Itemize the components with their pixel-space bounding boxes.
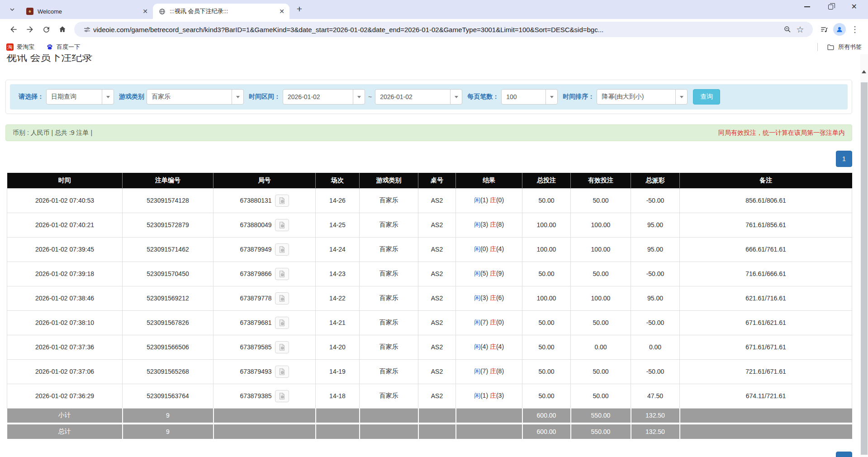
video-replay-icon[interactable] [275, 219, 289, 231]
profile-button[interactable] [832, 22, 847, 37]
cell-session: 14-18 [316, 384, 360, 408]
search-button[interactable]: 查询 [693, 89, 720, 105]
scrollbar[interactable] [860, 54, 868, 457]
baidu-paw-icon [46, 43, 53, 51]
video-replay-icon[interactable] [275, 366, 289, 378]
cell-round: 673879778 [213, 286, 316, 310]
cell-total-bet[interactable]: 50.00 [522, 384, 571, 408]
video-replay-icon[interactable] [275, 341, 289, 353]
video-replay-icon[interactable] [275, 390, 289, 402]
cell-total-bet[interactable]: 50.00 [522, 335, 571, 359]
date-end-select[interactable]: 2026-01-02 [375, 89, 462, 105]
footer-payout: 132.50 [631, 424, 680, 439]
cell-time: 2026-01-02 07:39:18 [7, 262, 123, 286]
cell-payout: 0.00 [631, 335, 680, 359]
chevron-down-icon [353, 90, 365, 104]
home-button[interactable] [54, 21, 71, 38]
cell-total-bet[interactable]: 100.00 [522, 286, 571, 310]
browser-menu-icon[interactable]: ⋮ [847, 22, 863, 37]
tab-search-button[interactable] [6, 4, 18, 15]
result-text: 闲(3) 庄(8) [474, 221, 504, 228]
cell-total-bet[interactable]: 100.00 [522, 237, 571, 262]
cell-note: 716.61/666.61 [680, 262, 852, 286]
footer-empty [680, 424, 852, 439]
table-row: 2026-01-02 07:40:21523091572879673880049… [7, 213, 852, 237]
video-replay-icon[interactable] [275, 243, 289, 256]
video-replay-icon[interactable] [275, 268, 289, 280]
date-start-select[interactable]: 2026-01-02 [283, 89, 365, 105]
column-header: 场次 [316, 173, 360, 188]
result-text: 闲(3) 庄(6) [474, 294, 504, 301]
bookmark-aitaobao[interactable]: 淘 爱淘宝 [6, 43, 34, 51]
footer-empty [456, 408, 522, 424]
cell-total-bet[interactable]: 100.00 [522, 213, 571, 237]
video-replay-icon[interactable] [275, 292, 289, 305]
table-row: 2026-01-02 07:40:53523091574128673880131… [7, 188, 852, 213]
forward-arrow-icon [25, 25, 34, 34]
window-controls: ✕ [804, 0, 868, 19]
result-text: 闲(4) 庄(4) [474, 343, 504, 350]
cell-total-bet[interactable]: 50.00 [522, 262, 571, 286]
query-type-select[interactable]: 日期查询 [46, 89, 114, 105]
bookmark-label: 爱淘宝 [17, 43, 34, 51]
cell-game-kind: 百家乐 [360, 335, 418, 359]
all-bookmarks-button[interactable]: 所有书签 [817, 43, 862, 51]
cell-time: 2026-01-02 07:39:45 [7, 237, 123, 262]
cell-valid-bet: 100.00 [571, 213, 631, 237]
cell-payout: -50.00 [631, 188, 680, 213]
minimize-icon[interactable] [804, 6, 810, 7]
forward-button[interactable] [22, 21, 38, 38]
tab-strip: ♠ Welcome ✕ :::视讯 会员下注纪录::: ✕ + ✕ [0, 0, 868, 19]
cell-note: 671.61/621.61 [680, 310, 852, 335]
game-kind-select[interactable]: 百家乐 [147, 89, 244, 105]
cell-bet-id: 523091572879 [123, 213, 213, 237]
cell-bet-id: 523091570450 [123, 262, 213, 286]
new-tab-button[interactable]: + [293, 3, 306, 15]
back-button[interactable] [5, 21, 22, 38]
per-page-label: 每页笔数： [467, 93, 499, 101]
footer-label: 总计 [7, 424, 123, 439]
date-range-label: 时间区间： [249, 93, 280, 101]
bookmark-baidu[interactable]: 百度一下 [46, 43, 80, 51]
tab-welcome[interactable]: ♠ Welcome ✕ [21, 4, 153, 19]
footer-valid-bet: 550.00 [571, 408, 631, 424]
pagination-page-1-bottom[interactable]: 1 [836, 452, 852, 457]
cell-total-bet[interactable]: 50.00 [522, 359, 571, 384]
address-bar[interactable]: videoie.com/game/betrecord_search/kind3?… [74, 22, 813, 37]
restore-icon[interactable] [828, 5, 833, 10]
media-controls-icon[interactable] [816, 22, 832, 37]
column-header: 结果 [456, 173, 522, 188]
url-text[interactable]: videoie.com/game/betrecord_search/kind3?… [93, 26, 781, 33]
per-page-select[interactable]: 100 [501, 89, 558, 105]
video-replay-icon[interactable] [275, 195, 289, 207]
cell-total-bet[interactable]: 50.00 [522, 310, 571, 335]
globe-favicon-icon [158, 8, 166, 15]
sort-select[interactable]: 降幂(由大到小) [597, 89, 688, 105]
tab-close-icon[interactable]: ✕ [278, 7, 286, 15]
video-replay-icon[interactable] [275, 317, 289, 329]
zoom-icon[interactable] [781, 23, 794, 36]
tab-close-icon[interactable]: ✕ [141, 7, 149, 15]
reload-button[interactable] [38, 21, 54, 38]
footer-empty [316, 424, 360, 439]
cell-round: 673879866 [213, 262, 316, 286]
cell-payout: 95.00 [631, 286, 680, 310]
cell-time: 2026-01-02 07:40:53 [7, 188, 123, 213]
browser-toolbar: videoie.com/game/betrecord_search/kind3?… [0, 19, 868, 40]
bookmark-label: 百度一下 [57, 43, 80, 51]
footer-empty [213, 424, 316, 439]
close-icon[interactable]: ✕ [851, 3, 857, 10]
chevron-down-icon [232, 90, 243, 104]
scrollbar-thumb[interactable] [861, 82, 868, 455]
scroll-up-arrow-icon[interactable] [862, 68, 866, 73]
site-info-icon[interactable] [81, 23, 93, 36]
bookmark-star-icon[interactable]: ☆ [794, 23, 806, 36]
column-header: 局号 [213, 173, 316, 188]
pagination-page-1-top[interactable]: 1 [836, 151, 852, 167]
cell-table-id: AS2 [418, 188, 456, 213]
cell-total-bet[interactable]: 50.00 [522, 188, 571, 213]
column-header: 注单编号 [123, 173, 213, 188]
tab-betrecord[interactable]: :::视讯 会员下注纪录::: ✕ [153, 4, 289, 19]
cell-table-id: AS2 [418, 359, 456, 384]
column-header: 总投注 [522, 173, 571, 188]
